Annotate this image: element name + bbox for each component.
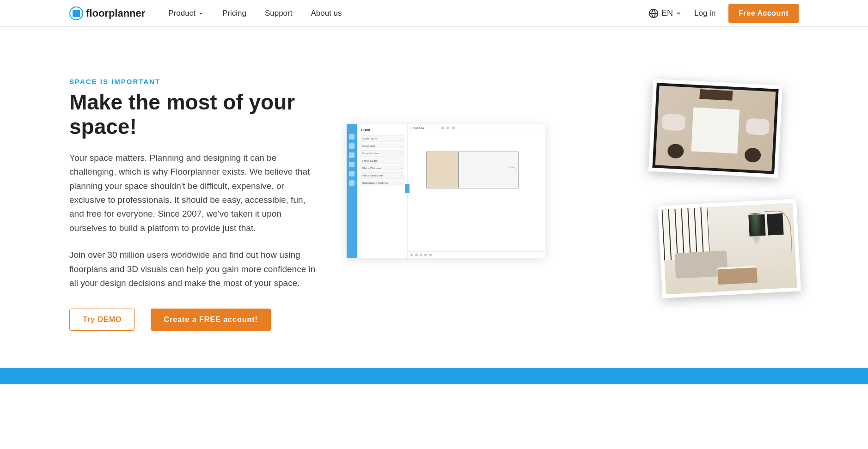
room-label: Living (509, 166, 516, 169)
collapse-handle-icon (405, 184, 410, 193)
editor-build-panel: Build Draw Room› Draw Wall› Draw Surface… (357, 124, 408, 258)
editor-canvas: First floor Living (408, 124, 545, 258)
logo-icon (69, 6, 83, 20)
render-bedroom-topdown (648, 79, 782, 178)
furniture-bed-icon (691, 107, 740, 153)
render-living-3d (658, 199, 801, 298)
panel-item-place-doors: Place Doors› (360, 158, 404, 164)
login-link[interactable]: Log in (694, 9, 715, 18)
furniture-nightstand-icon (667, 144, 685, 159)
sidebar-tool-icon (349, 171, 355, 176)
coffee-table-icon (717, 267, 758, 285)
bottombar-icon (415, 254, 418, 256)
hero-cta-row: Try DEMO Create a FREE account! (69, 309, 319, 331)
navbar: floorplanner Product Pricing Support Abo… (0, 0, 868, 27)
panel-title: Build (360, 127, 404, 133)
editor-bottombar (408, 251, 545, 258)
nav-product-label: Product (168, 9, 196, 18)
nav-about[interactable]: About us (311, 9, 342, 18)
hero-eyebrow: SPACE IS IMPORTANT (69, 78, 319, 85)
sidebar-tool-icon (349, 162, 355, 167)
floorplan-room (426, 152, 458, 188)
language-selector[interactable]: EN (648, 8, 681, 18)
globe-icon (648, 8, 659, 18)
brand-name: floorplanner (86, 7, 145, 19)
try-demo-label: Try DEMO (83, 316, 122, 323)
plant-icon (749, 213, 764, 248)
hero-paragraph-2: Join over 30 million users worldwide and… (69, 248, 319, 290)
topbar-icon (452, 127, 455, 129)
editor-mock: Build Draw Room› Draw Wall› Draw Surface… (347, 124, 545, 258)
nav-pricing[interactable]: Pricing (222, 9, 246, 18)
hero-copy: SPACE IS IMPORTANT Make the most of your… (69, 78, 319, 331)
topbar-icon (441, 127, 444, 129)
sidebar-tool-icon (349, 152, 355, 158)
furniture-chair-icon (662, 114, 686, 131)
chevron-down-icon (198, 11, 204, 16)
furniture-chair-icon (746, 118, 770, 135)
editor-sidebar (347, 124, 357, 258)
editor-topbar: First floor (408, 124, 545, 132)
create-account-button[interactable]: Create a FREE account! (151, 309, 270, 331)
free-account-label: Free Account (739, 9, 789, 17)
panel-item-draw-room: Draw Room› (360, 135, 404, 142)
hero-section: SPACE IS IMPORTANT Make the most of your… (0, 27, 868, 368)
topbar-icon (446, 127, 449, 129)
bottombar-icon (424, 254, 427, 256)
panel-item-place-windows: Place Windows› (360, 165, 404, 171)
brand-logo[interactable]: floorplanner (69, 6, 145, 20)
sidebar-tool-icon (349, 134, 355, 140)
chevron-down-icon (676, 11, 681, 16)
create-account-label: Create a FREE account! (164, 316, 257, 323)
hero-collage: Build Draw Room› Draw Wall› Draw Surface… (347, 78, 799, 331)
footer-band (0, 368, 868, 384)
free-account-button[interactable]: Free Account (728, 4, 799, 23)
sidebar-tool-icon (349, 180, 355, 186)
nav-support[interactable]: Support (265, 9, 293, 18)
sidebar-tool-icon (349, 143, 355, 149)
nav-primary: Product Pricing Support About us (168, 9, 342, 18)
login-label: Log in (694, 9, 715, 18)
floorplan-drawing: Living (426, 152, 519, 207)
try-demo-button[interactable]: Try DEMO (69, 309, 135, 331)
panel-item-background-settings: Background Settings› (360, 180, 404, 186)
nav-secondary: EN Log in Free Account (648, 4, 799, 23)
furniture-dresser-icon (699, 90, 733, 101)
floor-lamp-icon (764, 210, 793, 254)
panel-item-draw-wall: Draw Wall› (360, 143, 404, 149)
hero-paragraph-1: Your space matters. Planning and designi… (69, 151, 319, 235)
hero-title: Make the most of your space! (69, 90, 319, 139)
nav-product[interactable]: Product (168, 9, 204, 18)
nav-support-label: Support (265, 9, 293, 18)
language-code: EN (661, 8, 673, 18)
nav-about-label: About us (311, 9, 342, 18)
panel-item-place-structurals: Place Structurals› (360, 172, 404, 179)
bottombar-icon (420, 254, 422, 256)
floor-select: First floor (410, 126, 438, 130)
panel-item-draw-surface: Draw Surface› (360, 150, 404, 157)
floorplan-room-living: Living (458, 152, 519, 188)
bottombar-icon (429, 254, 432, 256)
bottombar-icon (410, 254, 413, 256)
nav-pricing-label: Pricing (222, 9, 246, 18)
furniture-nightstand-icon (744, 147, 761, 163)
